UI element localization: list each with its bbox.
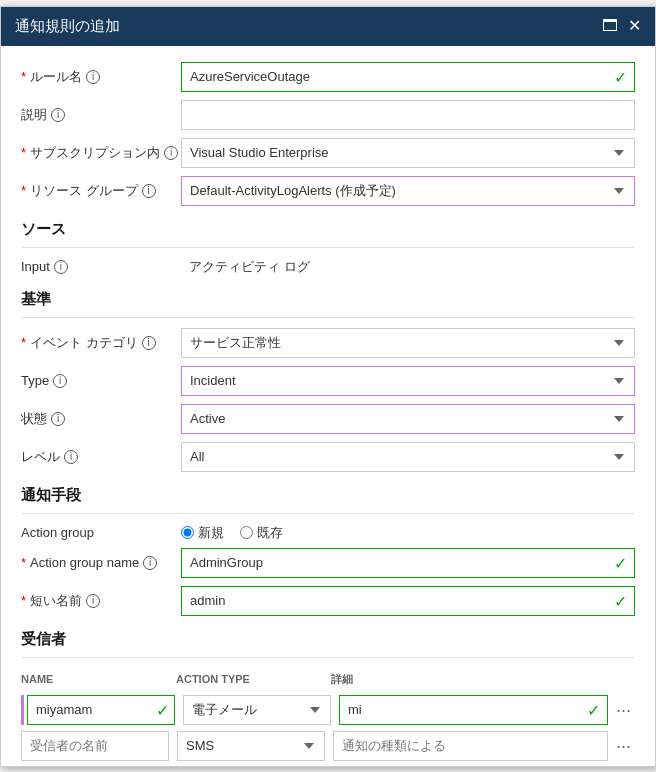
input-label: Input i bbox=[21, 259, 181, 274]
event-category-select[interactable]: サービス正常性 bbox=[181, 328, 635, 358]
radio-existing-label[interactable]: 既存 bbox=[240, 524, 283, 542]
receiver-1-detail-cell: ✓ ··· bbox=[339, 695, 635, 725]
level-label: レベル i bbox=[21, 448, 181, 466]
description-info-icon[interactable]: i bbox=[51, 108, 65, 122]
receivers-divider bbox=[21, 657, 635, 658]
short-name-row: * 短い名前 i ✓ bbox=[21, 586, 635, 616]
action-group-name-row: * Action group name i ✓ bbox=[21, 548, 635, 578]
resource-group-control: Default-ActivityLogAlerts (作成予定) bbox=[181, 176, 635, 206]
col-header-detail: 詳細 bbox=[331, 672, 635, 687]
receiver-1-name-check-icon: ✓ bbox=[156, 700, 169, 719]
rule-name-row: * * ルール名 ルール名 i ✓ bbox=[21, 62, 635, 92]
radio-new-label[interactable]: 新規 bbox=[181, 524, 224, 542]
rule-name-info-icon[interactable]: i bbox=[86, 70, 100, 84]
description-label: 説明 i bbox=[21, 106, 181, 124]
notification-section-title: 通知手段 bbox=[21, 486, 635, 505]
minimize-button[interactable]: 🗖 bbox=[602, 18, 618, 34]
receiver-1-detail-check-icon: ✓ bbox=[587, 700, 600, 719]
event-category-row: * イベント カテゴリ i サービス正常性 bbox=[21, 328, 635, 358]
type-label: Type i bbox=[21, 373, 181, 388]
receiver-2-name-input[interactable] bbox=[21, 731, 169, 761]
close-button[interactable]: ✕ bbox=[628, 18, 641, 34]
subscription-label: * サブスクリプション内 i bbox=[21, 144, 181, 162]
subscription-select[interactable]: Visual Studio Enterprise bbox=[181, 138, 635, 168]
receiver-2-type-cell: SMS bbox=[177, 731, 327, 761]
add-rule-dialog: 通知規則の追加 🗖 ✕ * * ルール名 ルール名 i ✓ 説明 i bbox=[0, 6, 656, 767]
receiver-row-2: SMS ··· bbox=[21, 731, 635, 761]
short-name-check-icon: ✓ bbox=[614, 591, 627, 610]
action-group-name-input[interactable] bbox=[181, 548, 635, 578]
source-divider bbox=[21, 247, 635, 248]
criteria-section-title: 基準 bbox=[21, 290, 635, 309]
dialog-body: * * ルール名 ルール名 i ✓ 説明 i * サブス bbox=[1, 46, 655, 766]
receiver-2-detail-wrap bbox=[333, 731, 608, 761]
receiver-1-type-cell: 電子メール bbox=[183, 695, 333, 725]
action-group-label: Action group bbox=[21, 525, 181, 540]
resource-group-info-icon[interactable]: i bbox=[142, 184, 156, 198]
receiver-2-name-cell bbox=[21, 731, 171, 761]
status-select[interactable]: Active bbox=[181, 404, 635, 434]
col-header-action-type: ACTION TYPE bbox=[176, 673, 331, 685]
receiver-2-detail-input[interactable] bbox=[333, 731, 608, 761]
status-label: 状態 i bbox=[21, 410, 181, 428]
rule-name-input[interactable] bbox=[181, 62, 635, 92]
source-section-title: ソース bbox=[21, 220, 635, 239]
action-group-radio-group: 新規 既存 bbox=[181, 524, 283, 542]
status-row: 状態 i Active bbox=[21, 404, 635, 434]
level-info-icon[interactable]: i bbox=[64, 450, 78, 464]
type-control: Incident bbox=[181, 366, 635, 396]
short-name-control: ✓ bbox=[181, 586, 635, 616]
rule-name-check-icon: ✓ bbox=[614, 67, 627, 86]
required-star: * bbox=[21, 69, 26, 84]
short-name-label: * 短い名前 i bbox=[21, 592, 181, 610]
receiver-1-detail-wrap: ✓ bbox=[339, 695, 608, 725]
event-category-label: * イベント カテゴリ i bbox=[21, 334, 181, 352]
resource-group-row: * リソース グループ i Default-ActivityLogAlerts … bbox=[21, 176, 635, 206]
action-group-radio-row: Action group 新規 既存 bbox=[21, 524, 635, 542]
receiver-2-dots-button[interactable]: ··· bbox=[612, 737, 635, 755]
level-control: All bbox=[181, 442, 635, 472]
action-group-name-check-icon: ✓ bbox=[614, 553, 627, 572]
col-header-name: NAME bbox=[21, 673, 176, 685]
receiver-1-name-input[interactable] bbox=[27, 695, 175, 725]
action-group-name-control: ✓ bbox=[181, 548, 635, 578]
subscription-control: Visual Studio Enterprise bbox=[181, 138, 635, 168]
level-select[interactable]: All bbox=[181, 442, 635, 472]
receiver-1-type-select[interactable]: 電子メール bbox=[183, 695, 331, 725]
status-info-icon[interactable]: i bbox=[51, 412, 65, 426]
radio-new[interactable] bbox=[181, 526, 194, 539]
event-category-control: サービス正常性 bbox=[181, 328, 635, 358]
action-group-name-info-icon[interactable]: i bbox=[143, 556, 157, 570]
radio-existing[interactable] bbox=[240, 526, 253, 539]
type-row: Type i Incident bbox=[21, 366, 635, 396]
receiver-row-1: ✓ 電子メール ✓ ··· bbox=[21, 695, 635, 725]
receiver-1-dots-button[interactable]: ··· bbox=[612, 701, 635, 719]
subscription-info-icon[interactable]: i bbox=[164, 146, 178, 160]
subscription-row: * サブスクリプション内 i Visual Studio Enterprise bbox=[21, 138, 635, 168]
rule-name-label: * * ルール名 ルール名 i bbox=[21, 68, 181, 86]
description-control bbox=[181, 100, 635, 130]
type-select[interactable]: Incident bbox=[181, 366, 635, 396]
resource-group-select[interactable]: Default-ActivityLogAlerts (作成予定) bbox=[181, 176, 635, 206]
resource-group-label: * リソース グループ i bbox=[21, 182, 181, 200]
receivers-table-header: NAME ACTION TYPE 詳細 bbox=[21, 668, 635, 691]
receiver-1-detail-input[interactable] bbox=[339, 695, 608, 725]
short-name-input[interactable] bbox=[181, 586, 635, 616]
input-info-icon[interactable]: i bbox=[54, 260, 68, 274]
receiver-2-type-select[interactable]: SMS bbox=[177, 731, 325, 761]
receivers-section-title: 受信者 bbox=[21, 630, 635, 649]
description-row: 説明 i bbox=[21, 100, 635, 130]
receiver-1-name-cell: ✓ bbox=[27, 695, 177, 725]
dialog-header: 通知規則の追加 🗖 ✕ bbox=[1, 7, 655, 46]
event-category-info-icon[interactable]: i bbox=[142, 336, 156, 350]
rule-name-control: ✓ bbox=[181, 62, 635, 92]
short-name-info-icon[interactable]: i bbox=[86, 594, 100, 608]
action-group-name-label: * Action group name i bbox=[21, 555, 181, 570]
level-row: レベル i All bbox=[21, 442, 635, 472]
input-value: アクティビティ ログ bbox=[181, 258, 635, 276]
receiver-2-detail-cell: ··· bbox=[333, 731, 635, 761]
type-info-icon[interactable]: i bbox=[53, 374, 67, 388]
input-row: Input i アクティビティ ログ bbox=[21, 258, 635, 276]
status-control: Active bbox=[181, 404, 635, 434]
description-input[interactable] bbox=[181, 100, 635, 130]
